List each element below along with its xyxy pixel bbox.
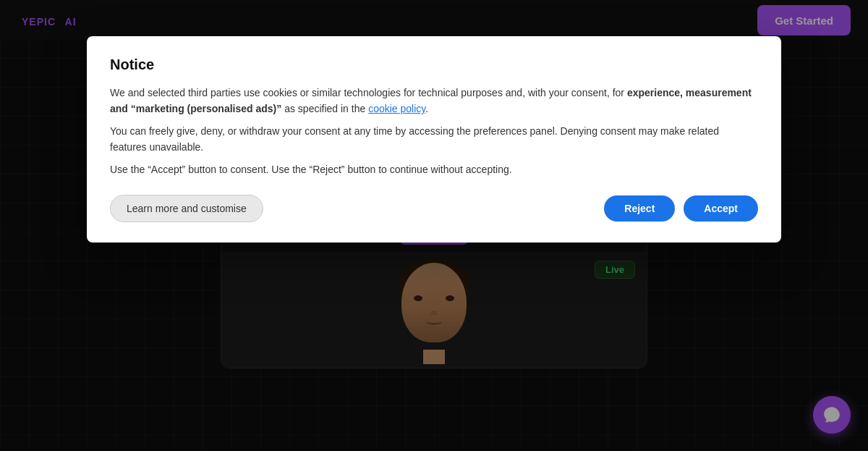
notice-body-paragraph-3: Use the “Accept” button to consent. Use … [110, 161, 758, 177]
notice-text-mid: as specified in the [281, 103, 368, 114]
notice-body-paragraph-1: We and selected third parties use cookie… [110, 85, 758, 117]
accept-button[interactable]: Accept [684, 195, 758, 222]
reject-button[interactable]: Reject [604, 195, 675, 222]
notice-title: Notice [110, 56, 758, 73]
notice-action-right: Reject Accept [604, 195, 758, 222]
notice-text-intro: We and selected third parties use cookie… [110, 87, 627, 98]
notice-actions: Learn more and customise Reject Accept [110, 195, 758, 222]
notice-modal: Notice We and selected third parties use… [87, 36, 781, 243]
cookie-policy-link[interactable]: cookie policy [368, 103, 425, 114]
notice-body-paragraph-2: You can freely give, deny, or withdraw y… [110, 123, 758, 156]
notice-text-after-link: . [425, 103, 428, 114]
learn-more-button[interactable]: Learn more and customise [110, 195, 263, 222]
